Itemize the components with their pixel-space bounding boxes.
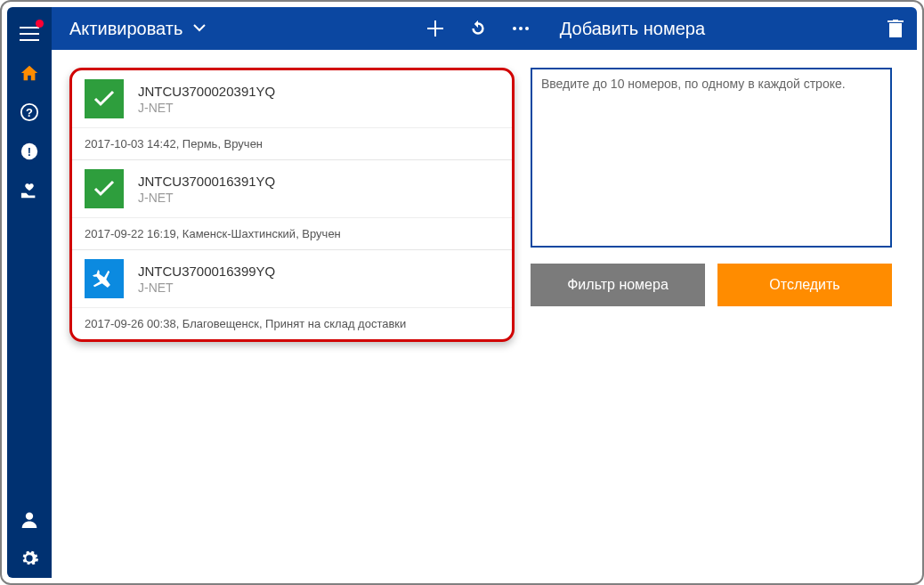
tracking-item[interactable]: JNTCU3700016399YQ J-NET 2017-09-26 00:38… — [72, 250, 512, 339]
svg-point-10 — [513, 27, 516, 30]
help-button[interactable]: ? — [7, 93, 52, 132]
filter-button[interactable]: Фильтр номера — [531, 264, 705, 306]
tracking-list: JNTCU3700020391YQ J-NET 2017-10-03 14:42… — [69, 68, 515, 342]
check-icon — [93, 180, 115, 198]
tracking-carrier: J-NET — [138, 101, 275, 115]
refresh-button[interactable] — [457, 7, 499, 50]
settings-button[interactable] — [7, 539, 52, 578]
heart-hand-icon — [20, 182, 39, 199]
tracking-number: JNTCU3700016391YQ — [138, 174, 275, 189]
tracking-number: JNTCU3700020391YQ — [138, 84, 275, 99]
svg-point-11 — [519, 27, 523, 30]
home-button[interactable] — [7, 53, 52, 93]
user-icon — [20, 510, 38, 528]
main: Активировать Добавить номера — [52, 7, 917, 578]
sidebar: ? ! — [7, 7, 52, 578]
delete-button[interactable] — [874, 7, 917, 50]
tracking-item[interactable]: JNTCU3700020391YQ J-NET 2017-10-03 14:42… — [72, 70, 512, 160]
activate-label: Активировать — [69, 19, 182, 39]
menu-icon — [20, 27, 39, 41]
user-button[interactable] — [7, 500, 52, 539]
topbar: Активировать Добавить номера — [52, 7, 917, 50]
notification-dot — [36, 20, 44, 28]
svg-point-7 — [26, 513, 33, 520]
svg-text:?: ? — [26, 106, 33, 119]
add-button[interactable] — [414, 7, 457, 50]
svg-rect-15 — [893, 20, 898, 21]
svg-rect-13 — [889, 23, 902, 37]
home-icon — [20, 63, 39, 83]
svg-rect-2 — [20, 39, 39, 41]
dots-icon — [513, 27, 529, 30]
alert-icon: ! — [20, 142, 39, 161]
numbers-input[interactable] — [531, 68, 892, 248]
add-numbers-title: Добавить номера — [542, 19, 723, 39]
status-delivered — [85, 79, 124, 118]
tracking-carrier: J-NET — [138, 280, 275, 295]
activate-dropdown[interactable]: Активировать — [52, 19, 206, 39]
svg-rect-0 — [20, 27, 39, 28]
plus-icon — [427, 20, 443, 37]
track-button[interactable]: Отследить — [717, 264, 892, 306]
tracking-item[interactable]: JNTCU3700016391YQ J-NET 2017-09-22 16:19… — [72, 160, 512, 250]
chevron-down-icon — [193, 20, 206, 37]
menu-button[interactable] — [7, 14, 52, 53]
tracking-detail: 2017-09-26 00:38, Благовещенск, Принят н… — [72, 308, 512, 339]
svg-point-12 — [525, 27, 529, 30]
alert-button[interactable]: ! — [7, 132, 52, 171]
tracking-detail: 2017-10-03 14:42, Пермь, Вручен — [72, 128, 512, 159]
check-icon — [93, 90, 115, 108]
svg-text:!: ! — [28, 145, 31, 158]
status-delivered — [85, 169, 124, 208]
tracking-detail: 2017-09-22 16:19, Каменск-Шахтинский, Вр… — [72, 218, 512, 249]
help-icon: ? — [20, 102, 39, 122]
donate-button[interactable] — [7, 171, 52, 210]
plane-icon — [93, 267, 116, 290]
gear-icon — [20, 548, 39, 568]
refresh-icon — [469, 20, 487, 37]
trash-icon — [888, 20, 904, 37]
more-button[interactable] — [499, 7, 542, 50]
tracking-number: JNTCU3700016399YQ — [138, 264, 275, 279]
svg-rect-9 — [427, 28, 443, 29]
tracking-carrier: J-NET — [138, 191, 275, 205]
status-transit — [85, 259, 124, 298]
svg-rect-1 — [20, 33, 39, 35]
